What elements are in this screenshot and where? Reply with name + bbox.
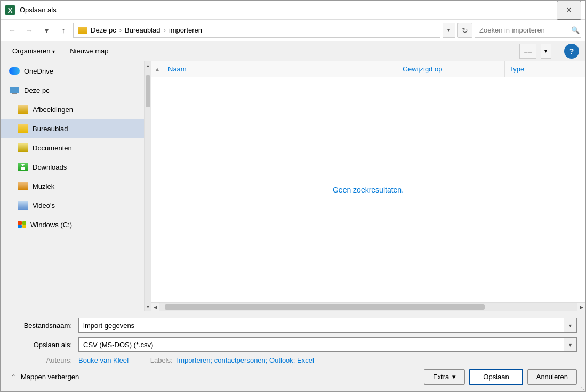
title-bar: X Opslaan als × [1, 1, 585, 20]
hide-folders-button[interactable]: ⌃ Mappen verbergen [9, 373, 79, 381]
filename-dropdown-button[interactable]: ▾ [564, 318, 577, 333]
path-sep2: › [164, 26, 166, 34]
scroll-down-arrow[interactable]: ▼ [145, 302, 151, 311]
labels-value[interactable]: Importeren; contactpersonen; Outlook; Ex… [177, 356, 314, 364]
sidebar-scrollbar[interactable]: ▲ ▼ [145, 61, 151, 311]
sidebar-item-documenten[interactable]: Documenten [1, 138, 144, 157]
bottom-section: Bestandsnaam: ▾ Opslaan als: ▾ Auteurs: … [1, 311, 585, 391]
no-results-message: Geen zoekresultaten. [333, 186, 404, 194]
saveas-row: Opslaan als: ▾ [9, 337, 577, 352]
col-header-type[interactable]: Type [505, 61, 585, 77]
filename-row: Bestandsnaam: ▾ [9, 318, 577, 333]
close-button[interactable]: × [557, 1, 581, 20]
file-area: ▲ Naam Gewijzigd op Type Geen zoekresult… [151, 61, 585, 311]
col-header-naam[interactable]: Naam [164, 61, 398, 77]
path-folder-icon [78, 27, 87, 34]
sidebar-item-onedrive[interactable]: OneDrive [1, 61, 144, 81]
scroll-thumb[interactable] [146, 75, 150, 107]
sidebar-item-muziek[interactable]: Muziek [1, 177, 144, 196]
toolbar: Organiseren ▾ Nieuwe map ≡≡ ▾ ? [1, 41, 585, 61]
save-button[interactable]: Opslaan [469, 369, 523, 385]
back-button[interactable]: ← [5, 23, 20, 38]
meta-row: Auteurs: Bouke van Kleef Labels: Importe… [9, 356, 577, 364]
path-deze-pc: Deze pc [91, 26, 116, 34]
cancel-button[interactable]: Annuleren [527, 369, 577, 385]
col-header-gewijzigd[interactable]: Gewijzigd op [398, 61, 505, 77]
new-folder-button[interactable]: Nieuwe map [65, 45, 114, 57]
dropdown-nav-button[interactable]: ▾ [39, 23, 54, 38]
extra-button[interactable]: Extra ▾ [424, 369, 465, 385]
extra-dropdown-icon: ▾ [452, 373, 456, 381]
organize-button[interactable]: Organiseren ▾ [7, 45, 60, 57]
scroll-up-arrow[interactable]: ▲ [145, 61, 151, 70]
search-icon: 🔍 [571, 26, 580, 34]
sort-indicator: ▲ [151, 66, 164, 72]
sidebar-label-windows-c: Windows (C:) [30, 221, 72, 229]
path-sep1: › [119, 26, 122, 34]
horizontal-scrollbar[interactable]: ◀ ▶ [151, 302, 585, 311]
action-buttons: Extra ▾ Opslaan Annuleren [424, 369, 577, 385]
computer-icon [9, 86, 20, 94]
filename-label: Bestandsnaam: [9, 322, 78, 330]
path-importeren: importeren [169, 26, 202, 34]
sidebar-item-downloads[interactable]: Downloads [1, 157, 144, 177]
h-scroll-thumb[interactable] [165, 304, 485, 310]
app-icon: X [5, 5, 15, 15]
sidebar-label-muziek: Muziek [33, 182, 54, 190]
sidebar: OneDrive Deze pc Afbeeldingen [1, 61, 145, 311]
search-box[interactable]: 🔍 [475, 23, 581, 38]
afbeeldingen-icon [18, 105, 28, 114]
bureaublad-icon [18, 124, 28, 133]
saveas-input[interactable] [78, 337, 564, 352]
sidebar-label-downloads: Downloads [33, 163, 67, 171]
search-input[interactable] [479, 26, 569, 34]
hide-folders-label: Mappen verbergen [21, 373, 79, 381]
svg-text:X: X [8, 6, 13, 14]
sidebar-label-bureaublad: Bureaublad [33, 125, 68, 133]
sidebar-item-windows-c[interactable]: Windows (C:) [1, 215, 144, 234]
sidebar-item-afbeeldingen[interactable]: Afbeeldingen [1, 100, 144, 119]
videos-icon [18, 201, 28, 210]
sidebar-item-videos[interactable]: Video's [1, 196, 144, 215]
onedrive-icon [9, 67, 20, 75]
sidebar-label-onedrive: OneDrive [24, 67, 53, 75]
view-dropdown-button[interactable]: ▾ [541, 44, 551, 59]
address-bar: ← → ▾ ↑ Deze pc › Bureaublad › importere… [1, 20, 585, 41]
labels-key: Labels: [150, 356, 173, 364]
documenten-icon [18, 143, 28, 152]
filename-input[interactable] [78, 318, 564, 333]
h-scroll-right[interactable]: ▶ [577, 303, 585, 311]
sidebar-label-documenten: Documenten [33, 144, 72, 152]
scroll-track [145, 70, 151, 302]
downloads-icon [18, 163, 28, 171]
sidebar-label-afbeeldingen: Afbeeldingen [33, 106, 73, 114]
path-bureaublad: Bureaublad [125, 26, 160, 34]
saveas-label: Opslaan als: [9, 341, 78, 349]
address-dropdown-button[interactable]: ▾ [443, 23, 455, 38]
refresh-button[interactable]: ↻ [457, 23, 472, 38]
sidebar-item-bureaublad[interactable]: Bureaublad [1, 119, 144, 138]
main-content: OneDrive Deze pc Afbeeldingen [1, 61, 585, 311]
windows-icon [18, 221, 26, 228]
address-path[interactable]: Deze pc › Bureaublad › importeren [73, 23, 440, 38]
forward-button[interactable]: → [22, 23, 37, 38]
authors-label: Auteurs: [9, 356, 78, 364]
resize-handle[interactable]: ⋱ [578, 384, 584, 390]
action-row: ⌃ Mappen verbergen Extra ▾ Opslaan Annul… [9, 369, 577, 385]
file-content: Geen zoekresultaten. [151, 77, 585, 302]
sidebar-item-deze-pc[interactable]: Deze pc [1, 81, 144, 100]
help-button[interactable]: ? [564, 44, 579, 59]
h-scroll-track [159, 303, 577, 311]
file-header: ▲ Naam Gewijzigd op Type [151, 61, 585, 77]
resize-dots: ⋱ [579, 385, 584, 390]
up-button[interactable]: ↑ [56, 23, 71, 38]
dialog-title: Opslaan als [20, 6, 557, 14]
chevron-up-icon: ⌃ [9, 373, 18, 381]
authors-value[interactable]: Bouke van Kleef [78, 356, 129, 364]
muziek-icon [18, 182, 28, 190]
sidebar-label-videos: Video's [33, 202, 55, 210]
sidebar-label-deze-pc: Deze pc [24, 86, 50, 94]
view-button[interactable]: ≡≡ [519, 44, 536, 59]
h-scroll-left[interactable]: ◀ [151, 303, 159, 311]
saveas-dropdown-button[interactable]: ▾ [564, 337, 577, 352]
